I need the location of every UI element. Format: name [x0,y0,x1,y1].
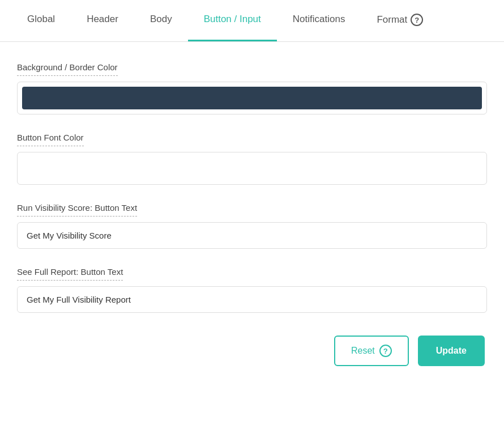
color-swatch-wrapper[interactable] [17,82,487,114]
tab-global[interactable]: Global [11,0,71,41]
see-full-report-input[interactable] [17,286,487,313]
run-visibility-score-input[interactable] [17,222,487,249]
background-color-swatch[interactable] [22,87,482,109]
tab-button-input[interactable]: Button / Input [188,0,277,41]
content-area: Background / Border Color Button Font Co… [0,42,504,383]
reset-button[interactable]: Reset ? [334,336,409,366]
button-font-color-group: Button Font Color [17,133,487,185]
update-button[interactable]: Update [418,336,485,366]
run-visibility-score-group: Run Visibility Score: Button Text [17,203,487,249]
button-font-color-swatch-wrapper[interactable] [17,152,487,185]
reset-help-icon[interactable]: ? [379,345,392,357]
background-border-color-group: Background / Border Color [17,62,487,114]
tab-body[interactable]: Body [134,0,188,41]
tab-notifications[interactable]: Notifications [277,0,361,41]
format-help-icon[interactable]: ? [411,14,423,26]
tabs-bar: Global Header Body Button / Input Notifi… [0,0,504,42]
run-visibility-score-label: Run Visibility Score: Button Text [17,203,137,216]
background-border-color-label: Background / Border Color [17,62,118,76]
button-font-color-label: Button Font Color [17,133,84,146]
see-full-report-label: See Full Report: Button Text [17,267,123,281]
footer-actions: Reset ? Update [17,336,487,366]
tab-header[interactable]: Header [71,0,134,41]
see-full-report-group: See Full Report: Button Text [17,267,487,313]
tab-format[interactable]: Format ? [361,0,439,41]
